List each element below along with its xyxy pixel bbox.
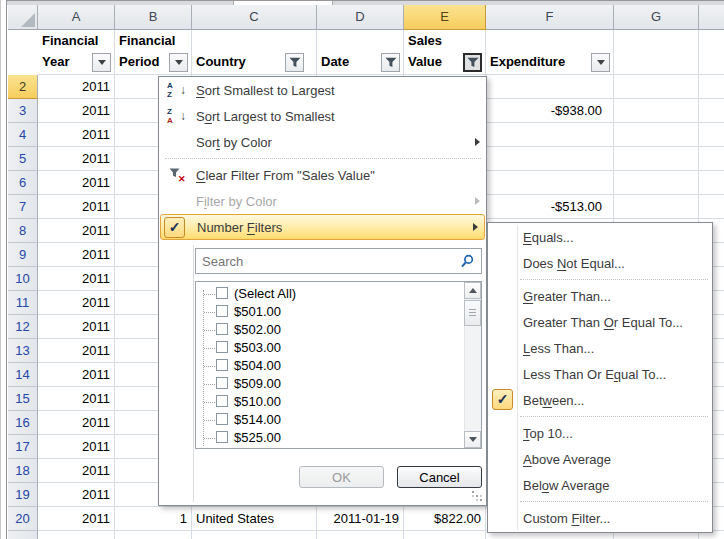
cell-Cpartial[interactable] bbox=[192, 531, 317, 539]
header-cell-A[interactable]: FinancialYear bbox=[38, 30, 115, 75]
row-header-partial[interactable] bbox=[8, 531, 38, 539]
submenu-item-above-average[interactable]: Above Average bbox=[488, 446, 712, 472]
row-header-4[interactable]: 4 bbox=[8, 123, 38, 147]
cell-Apartial[interactable] bbox=[38, 531, 115, 539]
cell-G5[interactable] bbox=[614, 147, 699, 171]
cell-A9[interactable]: 2011 bbox=[38, 243, 115, 267]
scrollbar-thumb[interactable] bbox=[464, 300, 481, 326]
checkbox[interactable] bbox=[216, 359, 228, 371]
cell-F6[interactable] bbox=[486, 171, 614, 195]
row-header-3[interactable]: 3 bbox=[8, 99, 38, 123]
scroll-up-button[interactable] bbox=[464, 282, 481, 299]
filter-value-504-00[interactable]: $504.00 bbox=[196, 357, 464, 375]
column-header-F[interactable]: F bbox=[486, 5, 614, 30]
row-header-12[interactable]: 12 bbox=[8, 315, 38, 339]
header-cell-D[interactable]: Date bbox=[317, 30, 404, 75]
header-cell-B[interactable]: FinancialPeriod bbox=[115, 30, 192, 75]
submenu-item-less-than-or-equal-to[interactable]: Less Than Or Equal To... bbox=[488, 361, 712, 387]
ok-button[interactable]: OK bbox=[299, 466, 384, 488]
checkbox[interactable] bbox=[216, 323, 228, 335]
cell-E20[interactable]: $822.00 bbox=[404, 507, 486, 531]
cell-A13[interactable]: 2011 bbox=[38, 339, 115, 363]
cell-G3[interactable] bbox=[614, 99, 699, 123]
row-header-11[interactable]: 11 bbox=[8, 291, 38, 315]
resize-grip[interactable] bbox=[471, 490, 483, 502]
menu-item-number-filters[interactable]: ✓Number Filters bbox=[160, 214, 485, 240]
row-header-9[interactable]: 9 bbox=[8, 243, 38, 267]
row-header-16[interactable]: 16 bbox=[8, 411, 38, 435]
filter-dropdown-button-B[interactable] bbox=[169, 53, 188, 72]
cell-A12[interactable]: 2011 bbox=[38, 315, 115, 339]
cell-G6[interactable] bbox=[614, 171, 699, 195]
column-header-D[interactable]: D bbox=[317, 5, 404, 30]
column-header-C[interactable]: C bbox=[192, 5, 317, 30]
cell-A6[interactable]: 2011 bbox=[38, 171, 115, 195]
cell-D20[interactable]: 2011-01-19 bbox=[317, 507, 404, 531]
checkbox[interactable] bbox=[216, 341, 228, 353]
cell-G7[interactable] bbox=[614, 195, 699, 219]
submenu-item-between[interactable]: ✓Between... bbox=[488, 387, 712, 413]
checkbox[interactable] bbox=[216, 377, 228, 389]
cell-A5[interactable]: 2011 bbox=[38, 147, 115, 171]
cell-A7[interactable]: 2011 bbox=[38, 195, 115, 219]
cell-G4[interactable] bbox=[614, 123, 699, 147]
submenu-item-top-10[interactable]: Top 10... bbox=[488, 420, 712, 446]
cell-H6[interactable] bbox=[699, 171, 724, 195]
value-list-scrollbar[interactable] bbox=[464, 282, 481, 448]
cell-A10[interactable]: 2011 bbox=[38, 267, 115, 291]
cell-A19[interactable]: 2011 bbox=[38, 483, 115, 507]
filter-value-525-00[interactable]: $525.00 bbox=[196, 429, 464, 447]
cell-Bpartial[interactable] bbox=[115, 531, 192, 539]
cell-Dpartial[interactable] bbox=[317, 531, 404, 539]
row-header-7[interactable]: 7 bbox=[8, 195, 38, 219]
submenu-item-equals[interactable]: Equals... bbox=[488, 224, 712, 250]
scroll-down-button[interactable] bbox=[464, 431, 481, 448]
cell-A3[interactable]: 2011 bbox=[38, 99, 115, 123]
filter-value-503-00[interactable]: $503.00 bbox=[196, 339, 464, 357]
cancel-button[interactable]: Cancel bbox=[397, 466, 482, 488]
column-header-partial[interactable] bbox=[699, 5, 724, 30]
checkbox[interactable] bbox=[216, 287, 228, 299]
row-header-13[interactable]: 13 bbox=[8, 339, 38, 363]
cell-H5[interactable] bbox=[699, 147, 724, 171]
cell-F7[interactable]: -$513.00 bbox=[486, 195, 614, 219]
row-header-19[interactable]: 19 bbox=[8, 483, 38, 507]
cell-A2[interactable]: 2011 bbox=[38, 75, 115, 99]
cell-H2[interactable] bbox=[699, 75, 724, 99]
checkbox[interactable] bbox=[216, 431, 228, 443]
checkbox[interactable] bbox=[216, 395, 228, 407]
cell-Epartial[interactable] bbox=[404, 531, 486, 539]
cell-A16[interactable]: 2011 bbox=[38, 411, 115, 435]
cell-F3[interactable]: -$938.00 bbox=[486, 99, 614, 123]
header-cell-E[interactable]: SalesValue bbox=[404, 30, 486, 75]
row-header-8[interactable]: 8 bbox=[8, 219, 38, 243]
cell-A4[interactable]: 2011 bbox=[38, 123, 115, 147]
filter-funnel-button-E[interactable] bbox=[463, 53, 482, 72]
cell-A11[interactable]: 2011 bbox=[38, 291, 115, 315]
filter-value-select-all[interactable]: (Select All) bbox=[196, 285, 464, 303]
filter-value-509-00[interactable]: $509.00 bbox=[196, 375, 464, 393]
column-header-E[interactable]: E bbox=[404, 5, 486, 30]
row-header-14[interactable]: 14 bbox=[8, 363, 38, 387]
menu-item-clear-filter-from-sales-value[interactable]: ✕Clear Filter From "Sales Value" bbox=[159, 162, 486, 188]
filter-funnel-button-D[interactable] bbox=[381, 53, 400, 72]
row-header-20[interactable]: 20 bbox=[8, 507, 38, 531]
filter-value-514-00[interactable]: $514.00 bbox=[196, 411, 464, 429]
filter-value-502-00[interactable]: $502.00 bbox=[196, 321, 464, 339]
cell-F5[interactable] bbox=[486, 147, 614, 171]
cell-A8[interactable]: 2011 bbox=[38, 219, 115, 243]
row-header-2[interactable]: 2 bbox=[8, 75, 38, 99]
column-header-G[interactable]: G bbox=[614, 5, 699, 30]
column-header-A[interactable]: A bbox=[38, 5, 115, 30]
cell-A17[interactable]: 2011 bbox=[38, 435, 115, 459]
cell-G2[interactable] bbox=[614, 75, 699, 99]
cell-H3[interactable] bbox=[699, 99, 724, 123]
menu-item-sort-by-color[interactable]: Sort by Color bbox=[159, 129, 486, 155]
row-header-18[interactable]: 18 bbox=[8, 459, 38, 483]
checkbox[interactable] bbox=[216, 413, 228, 425]
cell-C20[interactable]: United States bbox=[192, 507, 317, 531]
row-header-17[interactable]: 17 bbox=[8, 435, 38, 459]
cell-F4[interactable] bbox=[486, 123, 614, 147]
row-header-15[interactable]: 15 bbox=[8, 387, 38, 411]
filter-value-510-00[interactable]: $510.00 bbox=[196, 393, 464, 411]
